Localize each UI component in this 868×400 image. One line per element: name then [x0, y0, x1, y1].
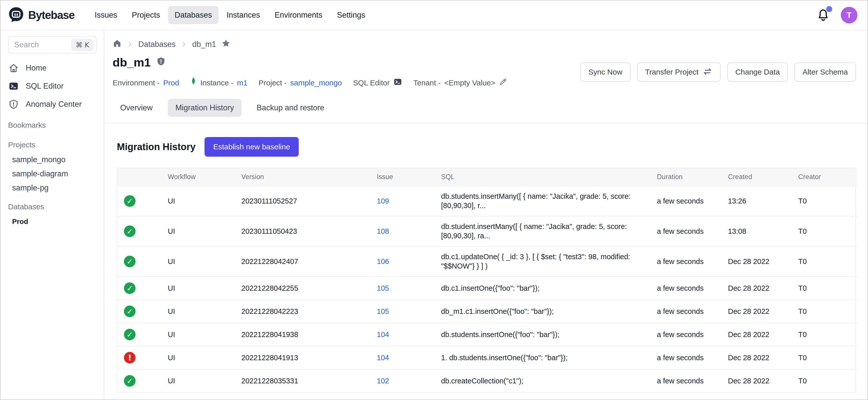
sidebar: ⌘ K Home: [0, 30, 104, 400]
db-header-row: db_m1 Environment - Prod: [113, 55, 856, 89]
col-creator: Creator: [798, 168, 858, 186]
terminal-icon: [393, 77, 402, 88]
top-navigation: Bytebase IssuesProjectsDatabasesInstance…: [0, 0, 868, 30]
meta-environment: Environment - Prod: [113, 79, 179, 87]
bytebase-logo-icon: [8, 6, 24, 24]
bytebase-logo[interactable]: Bytebase: [8, 6, 74, 24]
environment-label: Environment -: [113, 79, 160, 87]
meta-sql-editor[interactable]: SQL Editor: [353, 77, 402, 88]
table-row[interactable]: UI 20221228042223 105 db_m1.c1.insertOne…: [117, 300, 858, 323]
star-icon[interactable]: [221, 38, 231, 50]
sidebar-item-anomaly-center[interactable]: Anomaly Center: [8, 95, 97, 113]
col-duration: Duration: [657, 168, 728, 186]
status-icon: [124, 375, 135, 387]
app-window: Bytebase IssuesProjectsDatabasesInstance…: [0, 0, 868, 400]
tab[interactable]: Migration History: [168, 99, 242, 117]
duration-cell: a few seconds: [657, 277, 728, 300]
status-icon: [124, 225, 135, 237]
db-title-block: db_m1 Environment - Prod: [113, 55, 507, 89]
issue-link[interactable]: 105: [377, 307, 389, 315]
duration-cell: a few seconds: [657, 323, 728, 346]
issue-link[interactable]: 109: [377, 197, 389, 205]
workflow-cell: UI: [168, 300, 241, 323]
topnav-item[interactable]: Issues: [88, 6, 124, 24]
tabs-divider: [104, 123, 868, 123]
sql-cell: db.student.insertMany([ { name: "Jacika"…: [441, 222, 651, 241]
change-data-label: Change Data: [735, 68, 780, 76]
col-status: [117, 168, 168, 186]
meta-instance: Instance - m1: [190, 77, 247, 89]
sidebar-item-sql-editor[interactable]: SQL Editor: [8, 77, 97, 95]
issue-link[interactable]: 108: [377, 227, 389, 235]
establish-baseline-button[interactable]: Establish new baseline: [205, 137, 299, 157]
table-row[interactable]: UI 20221228042407 106 db.c1.updateOne( {…: [117, 246, 858, 277]
table-row[interactable]: UI 20221228041913 104 1. db.students.ins…: [117, 346, 858, 369]
sql-cell: db_m1.c1.insertOne({"foo": "bar"});: [441, 307, 651, 316]
issue-link[interactable]: 106: [377, 257, 389, 266]
transfer-project-button[interactable]: Transfer Project: [637, 62, 721, 82]
tab[interactable]: Overview: [113, 99, 160, 117]
topnav-item[interactable]: Projects: [125, 6, 166, 24]
sidebar-project-sample-diagram[interactable]: sample-diagram: [8, 167, 97, 181]
table-row[interactable]: UI 20230111050423 108 db.student.insertM…: [117, 216, 858, 246]
sql-cell: db.c1.insertOne({"foo": "bar"});: [441, 284, 651, 293]
issue-link[interactable]: 104: [377, 331, 389, 339]
status-icon: [124, 256, 135, 267]
chevron-right-icon: [127, 41, 133, 48]
version-cell: 20230111050423: [241, 216, 377, 246]
sync-now-label: Sync Now: [588, 68, 622, 76]
project-link[interactable]: sample_mongo: [290, 79, 342, 87]
creator-cell: T0: [798, 246, 858, 277]
instance-link[interactable]: m1: [237, 79, 248, 87]
sidebar-project-sample-pg[interactable]: sample-pg: [8, 181, 97, 195]
alter-schema-label: Alter Schema: [803, 68, 848, 76]
topnav-item[interactable]: Environments: [268, 6, 329, 24]
col-sql: SQL: [441, 168, 657, 186]
issue-link[interactable]: 104: [377, 353, 389, 362]
workflow-cell: UI: [168, 369, 241, 392]
sidebar-item-label: Anomaly Center: [26, 100, 82, 109]
creator-cell: T0: [798, 186, 858, 216]
tenant-value: <Empty Value>: [444, 79, 495, 87]
issue-link[interactable]: 105: [377, 284, 389, 292]
tab[interactable]: Backup and restore: [249, 99, 332, 117]
alter-schema-button[interactable]: Alter Schema: [795, 62, 856, 82]
sidebar-section-projects: Projects: [8, 137, 97, 153]
notification-bell-button[interactable]: [817, 8, 830, 22]
migration-table-body: UI 20230111052527 109 db.students.insert…: [117, 186, 858, 392]
transfer-project-label: Transfer Project: [645, 68, 699, 76]
created-cell: Dec 28 2022: [728, 277, 798, 300]
environment-link[interactable]: Prod: [163, 79, 179, 87]
topnav-item[interactable]: Instances: [220, 6, 267, 24]
issue-link[interactable]: 102: [377, 377, 389, 385]
topnav-item[interactable]: Databases: [168, 6, 218, 24]
topnav-item[interactable]: Settings: [331, 6, 372, 24]
sidebar-section-databases: Databases: [8, 199, 97, 215]
version-cell: 20221228042255: [241, 277, 377, 300]
duration-cell: a few seconds: [657, 186, 728, 216]
duration-cell: a few seconds: [657, 300, 728, 323]
search-input[interactable]: [14, 40, 58, 50]
brand-name: Bytebase: [28, 9, 74, 22]
created-cell: Dec 28 2022: [728, 369, 798, 392]
col-issue: Issue: [377, 168, 441, 186]
avatar[interactable]: T: [841, 7, 858, 24]
change-data-button[interactable]: Change Data: [727, 62, 788, 82]
table-row[interactable]: UI 20221228042255 105 db.c1.insertOne({"…: [117, 277, 858, 300]
section-title: Migration History: [117, 142, 195, 152]
pencil-icon[interactable]: [499, 78, 507, 88]
migration-history-table: Workflow Version Issue SQL Duration Crea…: [117, 168, 856, 393]
breadcrumb-home-icon[interactable]: [113, 39, 122, 50]
breadcrumb-databases[interactable]: Databases: [138, 40, 176, 49]
sync-now-button[interactable]: Sync Now: [580, 62, 630, 82]
sql-editor-label: SQL Editor: [353, 79, 390, 87]
version-cell: 20221228041913: [241, 346, 377, 369]
transfer-arrows-icon: [703, 66, 713, 78]
table-row[interactable]: UI 20221228041938 104 db.students.insert…: [117, 323, 858, 346]
mongodb-leaf-icon: [190, 77, 197, 89]
table-row[interactable]: UI 20221228035331 102 db.createCollectio…: [117, 369, 858, 392]
sidebar-project-sample-mongo[interactable]: sample_mongo: [8, 153, 97, 167]
table-row[interactable]: UI 20230111052527 109 db.students.insert…: [117, 186, 858, 216]
sidebar-item-home[interactable]: Home: [8, 59, 97, 77]
sidebar-database-group-prod[interactable]: Prod: [8, 215, 97, 229]
